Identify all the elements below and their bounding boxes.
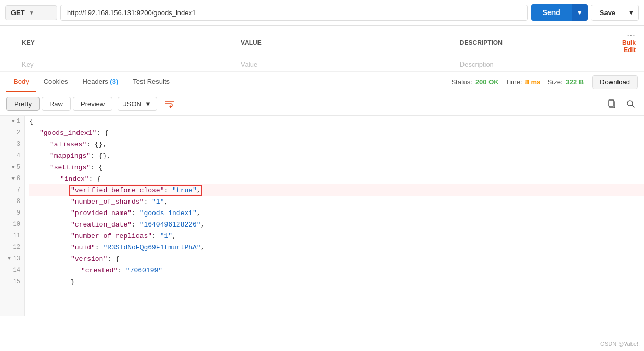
line-num-7: 7 — [0, 184, 24, 196]
code-line-9: "provided_name": "goods_index1", — [29, 207, 644, 219]
line-num-9: 9 — [0, 207, 24, 219]
line-num-15: 15 — [0, 276, 24, 287]
format-select[interactable]: JSON ▼ — [118, 97, 157, 111]
code-line-1: { — [29, 116, 644, 127]
save-dropdown-button[interactable]: ▼ — [624, 5, 638, 20]
code-line-6: "index": { — [29, 173, 644, 184]
code-line-13: "version": { — [29, 253, 644, 265]
line-num-13: ▼13 — [0, 253, 24, 265]
size-label: Size: — [544, 78, 562, 86]
status-label: Status: — [451, 78, 472, 86]
method-label: GET — [11, 9, 25, 17]
svg-line-3 — [632, 105, 634, 107]
line-numbers: ▼1234▼5▼6789101112▼131415 — [0, 116, 25, 316]
format-chevron-icon: ▼ — [145, 100, 151, 108]
tab-test-results[interactable]: Test Results — [125, 72, 177, 92]
time-value: 8 ms — [525, 78, 541, 86]
save-button[interactable]: Save — [591, 5, 624, 20]
col-value-header: VALUE — [235, 29, 454, 57]
code-line-5: "settings": { — [29, 161, 644, 173]
col-desc-header: DESCRIPTION — [454, 29, 602, 57]
wrap-icon[interactable] — [162, 96, 177, 111]
code-line-15: } — [29, 276, 644, 287]
line-num-14: 14 — [0, 265, 24, 276]
code-line-4: "mappings": {}, — [29, 150, 644, 161]
tab-cookies[interactable]: Cookies — [36, 72, 75, 92]
code-line-12: "uuid": "R3SldNoFQg69F1fmurtPhA", — [29, 242, 644, 253]
response-tabs: Body Cookies Headers (3) Test Results St… — [0, 72, 644, 92]
send-button[interactable]: Send — [531, 4, 572, 21]
params-table: KEY VALUE DESCRIPTION ··· Bulk Edit Key … — [0, 29, 644, 72]
top-bar: GET ▼ Send ▼ Save ▼ — [0, 0, 644, 26]
row-value-input[interactable]: Value — [235, 57, 454, 72]
watermark: CSDN @?abe!. — [600, 341, 640, 347]
code-line-10: "creation_date": "1640496128226", — [29, 219, 644, 230]
row-key-input[interactable]: Key — [16, 57, 235, 72]
time-label: Time: — [502, 78, 522, 86]
toolbar-right — [604, 96, 638, 111]
line-num-6: ▼6 — [0, 173, 24, 184]
params-section: KEY VALUE DESCRIPTION ··· Bulk Edit Key … — [0, 26, 644, 72]
code-line-3: "aliases": {}, — [29, 139, 644, 150]
download-button[interactable]: Download — [592, 75, 638, 89]
line-num-4: 4 — [0, 150, 24, 161]
col-actions-header: ··· Bulk Edit — [602, 29, 644, 57]
size-value: 322 B — [565, 78, 584, 86]
url-input[interactable] — [60, 5, 528, 21]
raw-button[interactable]: Raw — [42, 97, 71, 111]
send-btn-group: Send ▼ — [531, 4, 588, 21]
svg-rect-1 — [609, 100, 614, 106]
row-check — [0, 57, 16, 72]
body-toolbar: Pretty Raw Preview JSON ▼ — [0, 92, 644, 116]
save-btn-group: Save ▼ — [591, 5, 639, 21]
bulk-edit-button[interactable]: Bulk Edit — [622, 39, 636, 54]
code-line-8: "number_of_shards": "1", — [29, 196, 644, 207]
code-line-11: "number_of_replicas": "1", — [29, 230, 644, 242]
three-dots-icon[interactable]: ··· — [627, 32, 636, 39]
line-num-10: 10 — [0, 219, 24, 230]
search-icon[interactable] — [623, 96, 638, 111]
code-line-14: "created": "7060199" — [29, 265, 644, 276]
col-key-header: KEY — [16, 29, 235, 57]
params-row-empty: Key Value Description — [0, 57, 644, 72]
code-area: ▼1234▼5▼6789101112▼131415 {"goods_index1… — [0, 116, 644, 316]
col-check-header — [0, 29, 16, 57]
status-value: 200 OK — [475, 78, 499, 86]
row-desc-input[interactable]: Description — [454, 57, 602, 72]
tab-body[interactable]: Body — [6, 72, 36, 92]
line-num-5: ▼5 — [0, 161, 24, 173]
copy-icon[interactable] — [604, 96, 619, 111]
tab-headers[interactable]: Headers (3) — [75, 72, 126, 92]
send-dropdown-button[interactable]: ▼ — [572, 4, 588, 21]
line-num-2: 2 — [0, 127, 24, 139]
preview-button[interactable]: Preview — [73, 97, 112, 111]
method-select[interactable]: GET ▼ — [5, 5, 57, 20]
line-num-12: 12 — [0, 242, 24, 253]
code-line-7: "verified_before_close": "true", — [29, 184, 644, 196]
method-chevron-icon: ▼ — [29, 10, 34, 16]
code-line-2: "goods_index1": { — [29, 127, 644, 139]
pretty-button[interactable]: Pretty — [6, 97, 40, 111]
line-num-3: 3 — [0, 139, 24, 150]
line-num-8: 8 — [0, 196, 24, 207]
line-num-11: 11 — [0, 230, 24, 242]
format-label: JSON — [123, 100, 141, 108]
line-num-1: ▼1 — [0, 116, 24, 127]
response-meta: Status: 200 OK Time: 8 ms Size: 322 B Do… — [451, 75, 638, 89]
code-content: {"goods_index1": {"aliases": {},"mapping… — [25, 116, 644, 316]
